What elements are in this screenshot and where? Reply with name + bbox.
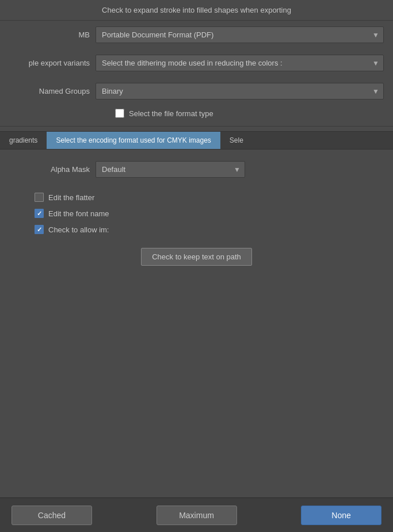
cb-font-name-row: Edit the font name [35, 205, 358, 221]
tab-gradients[interactable]: gradients [0, 132, 47, 149]
mb-row: MB Portable Document Format (PDF) PNG SV… [0, 21, 393, 49]
file-format-label: Select the file format type [129, 109, 213, 118]
named-groups-label: Named Groups [9, 87, 90, 95]
cb-allow-im-checkbox[interactable] [35, 225, 44, 234]
tab-cmyk-encoding[interactable]: Select the encoding format used for CMYK… [47, 132, 220, 149]
alpha-mask-label: Alpha Mask [9, 165, 90, 174]
cb-flatter-checkbox[interactable] [35, 193, 44, 202]
cb-allow-im-label: Check to allow im: [48, 225, 109, 234]
dithering-row: ple export variants Select the dithering… [0, 49, 393, 77]
tab-sele[interactable]: Sele [220, 132, 253, 149]
cb-font-name-label: Edit the font name [48, 209, 109, 218]
form-section: MB Portable Document Format (PDF) PNG SV… [0, 21, 393, 121]
file-format-checkbox[interactable] [115, 109, 124, 118]
cb-allow-im-row: Check to allow im: [35, 221, 358, 238]
checkboxes-section: Edit the flatter Edit the font name Chec… [0, 187, 393, 240]
mb-label: MB [9, 30, 90, 39]
none-button[interactable]: None [301, 506, 381, 525]
bottom-bar: Cached Maximum None [0, 497, 393, 532]
cb-flatter-label: Edit the flatter [48, 193, 94, 202]
dithering-select-wrapper: Select the dithering mode used in reduci… [96, 55, 384, 71]
file-format-row: Select the file format type [0, 105, 393, 121]
cached-button[interactable]: Cached [12, 506, 92, 525]
keep-text-button[interactable]: Check to keep text on path [141, 248, 252, 266]
dithering-select[interactable]: Select the dithering mode used in reduci… [96, 55, 384, 71]
maximum-button[interactable]: Maximum [157, 506, 237, 525]
pdf-select[interactable]: Portable Document Format (PDF) PNG SVG E… [96, 26, 384, 43]
dithering-label: ple export variants [9, 59, 90, 67]
inner-panel: Alpha Mask Default None Luminance ▼ Edit… [0, 150, 393, 277]
alpha-mask-select-wrapper: Default None Luminance ▼ [96, 161, 245, 178]
cb-flatter-row: Edit the flatter [35, 189, 358, 205]
named-groups-select-wrapper: Binary None Default ▼ [96, 83, 384, 99]
named-groups-row: Named Groups Binary None Default ▼ [0, 77, 393, 105]
tabs-bar: gradients Select the encoding format use… [0, 131, 393, 150]
alpha-mask-row: Alpha Mask Default None Luminance ▼ [0, 155, 393, 183]
pdf-select-wrapper: Portable Document Format (PDF) PNG SVG E… [96, 26, 384, 43]
top-hint: Check to expand stroke into filled shape… [0, 0, 393, 20]
alpha-mask-select[interactable]: Default None Luminance [96, 161, 245, 178]
named-groups-select[interactable]: Binary None Default [96, 83, 384, 99]
cb-font-name-checkbox[interactable] [35, 209, 44, 218]
keep-text-button-row: Check to keep text on path [0, 240, 393, 271]
